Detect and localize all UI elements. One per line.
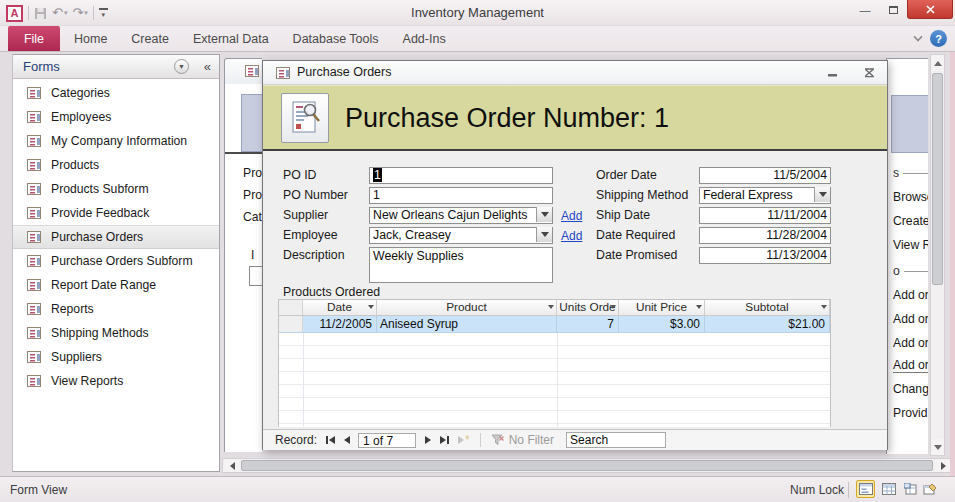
preview-purchase-order-button[interactable] xyxy=(281,93,329,143)
last-record-icon[interactable] xyxy=(440,436,449,444)
employee-combobox[interactable]: Jack, Creasey xyxy=(369,227,553,244)
tab-addins[interactable]: Add-Ins xyxy=(391,26,458,51)
add-employee-link[interactable]: Add xyxy=(561,228,582,244)
pivottable-view-button[interactable] xyxy=(901,480,920,498)
switchboard-link[interactable]: Add or xyxy=(893,311,928,327)
date-promised-field[interactable]: 11/13/2004 xyxy=(699,247,831,264)
order-date-field[interactable]: 11/5/2004 xyxy=(699,167,831,184)
description-field[interactable]: Weekly Supplies xyxy=(369,247,553,283)
dialog-minimize-icon[interactable] xyxy=(821,65,845,80)
ship-date-field[interactable]: 11/11/2004 xyxy=(699,207,831,224)
tab-home[interactable]: Home xyxy=(62,26,119,51)
sidebar-item-purchase-orders[interactable]: Purchase Orders xyxy=(13,225,219,249)
minimize-button[interactable]: — xyxy=(851,0,879,19)
no-filter-button[interactable]: No Filter xyxy=(491,433,554,447)
sidebar-item-reports[interactable]: Reports xyxy=(13,297,219,321)
chevron-down-icon[interactable] xyxy=(536,207,552,222)
tab-database-tools[interactable]: Database Tools xyxy=(281,26,391,51)
sidebar-item-report-date-range[interactable]: Report Date Range xyxy=(13,273,219,297)
scroll-up-icon[interactable] xyxy=(931,55,944,71)
dialog-close-icon[interactable] xyxy=(857,65,881,80)
tab-file[interactable]: File xyxy=(8,26,60,51)
record-position-box[interactable]: 1 of 7 xyxy=(358,433,416,448)
scroll-right-icon[interactable] xyxy=(935,459,951,472)
switchboard-link[interactable]: Add or xyxy=(893,357,928,373)
switchboard-link[interactable]: Chang xyxy=(893,381,928,397)
vertical-scrollbar-thumb[interactable] xyxy=(932,73,943,285)
scroll-left-icon[interactable] xyxy=(224,459,240,472)
new-record-icon[interactable]: * xyxy=(458,436,470,444)
dialog-titlebar[interactable]: Purchase Orders xyxy=(263,61,887,85)
column-header-product[interactable]: Product xyxy=(377,300,557,315)
cell-subtotal[interactable]: $21.00 xyxy=(705,316,830,332)
form-view-button[interactable] xyxy=(856,480,875,498)
switchboard-link[interactable]: View R xyxy=(893,237,928,253)
column-header-subtotal[interactable]: Subtotal xyxy=(705,300,830,315)
maximize-button[interactable] xyxy=(879,0,907,19)
close-button[interactable] xyxy=(907,0,953,19)
tab-create[interactable]: Create xyxy=(119,26,181,51)
sort-filter-icon[interactable] xyxy=(368,305,374,309)
navigation-pane-header[interactable]: Forms ▼ « xyxy=(13,55,219,79)
shutter-bar-close-icon[interactable]: « xyxy=(204,59,211,74)
chevron-down-icon[interactable] xyxy=(536,227,552,242)
scroll-down-icon[interactable] xyxy=(931,439,944,455)
sort-filter-icon[interactable] xyxy=(610,305,616,309)
sidebar-item-my-company-information[interactable]: My Company Information xyxy=(13,129,219,153)
nav-menu-dropdown-icon[interactable]: ▼ xyxy=(174,59,189,74)
help-icon[interactable]: ? xyxy=(930,30,947,47)
po-number-field[interactable]: 1 xyxy=(369,187,553,204)
supplier-combobox[interactable]: New Orleans Cajun Delights xyxy=(369,207,553,224)
design-view-button[interactable] xyxy=(920,480,939,498)
switchboard-link[interactable]: Add or xyxy=(893,335,928,351)
previous-record-icon[interactable] xyxy=(344,436,350,444)
cell-product[interactable]: Aniseed Syrup xyxy=(377,316,557,332)
cell-units[interactable]: 7 xyxy=(557,316,619,332)
navigation-pane: Forms ▼ « Categories Employees My Compan… xyxy=(12,54,220,472)
sort-filter-icon[interactable] xyxy=(821,305,827,309)
horizontal-scrollbar[interactable] xyxy=(222,458,951,473)
tab-external-data[interactable]: External Data xyxy=(181,26,281,51)
sidebar-item-shipping-methods[interactable]: Shipping Methods xyxy=(13,321,219,345)
date-required-field[interactable]: 11/28/2004 xyxy=(699,227,831,244)
search-input[interactable] xyxy=(566,432,666,448)
horizontal-scrollbar-thumb[interactable] xyxy=(241,460,933,471)
form-icon xyxy=(245,65,259,77)
field-label: Employee xyxy=(283,227,338,244)
column-header-unit-price[interactable]: Unit Price xyxy=(619,300,705,315)
column-header-date[interactable]: Date xyxy=(303,300,377,315)
select-all-cell[interactable] xyxy=(279,300,303,315)
sidebar-item-purchase-orders-subform[interactable]: Purchase Orders Subform xyxy=(13,249,219,273)
sidebar-item-view-reports[interactable]: View Reports xyxy=(13,369,219,393)
cell-date[interactable]: 11/2/2005 xyxy=(303,316,377,332)
add-supplier-link[interactable]: Add xyxy=(561,208,582,224)
switchboard-link[interactable]: Browse xyxy=(893,189,928,205)
switchboard-link[interactable]: Provid xyxy=(893,405,928,421)
sidebar-item-employees[interactable]: Employees xyxy=(13,105,219,129)
vertical-scrollbar[interactable] xyxy=(930,54,945,456)
shipping-method-combobox[interactable]: Federal Express xyxy=(699,187,831,204)
form-icon xyxy=(27,279,41,291)
table-row[interactable]: 11/2/2005 Aniseed Syrup 7 $3.00 $21.00 xyxy=(279,316,830,333)
switchboard-link[interactable]: Create xyxy=(893,213,928,229)
po-id-field[interactable]: 1 xyxy=(369,167,553,184)
datasheet-view-button[interactable] xyxy=(879,480,898,498)
sidebar-item-products[interactable]: Products xyxy=(13,153,219,177)
first-record-icon[interactable] xyxy=(326,436,335,444)
background-window-tab[interactable] xyxy=(224,58,262,84)
switchboard-link[interactable]: Add or xyxy=(893,287,928,303)
cell-unit-price[interactable]: $3.00 xyxy=(619,316,705,332)
row-selector-cell[interactable] xyxy=(279,316,303,332)
minimize-ribbon-icon[interactable] xyxy=(913,32,922,41)
sidebar-item-suppliers[interactable]: Suppliers xyxy=(13,345,219,369)
empty-table-rows[interactable] xyxy=(279,333,830,427)
sidebar-item-provide-feedback[interactable]: Provide Feedback xyxy=(13,201,219,225)
column-header-units[interactable]: Units Orde xyxy=(557,300,619,315)
sidebar-item-categories[interactable]: Categories xyxy=(13,81,219,105)
chevron-down-icon[interactable] xyxy=(814,187,830,202)
sort-filter-icon[interactable] xyxy=(696,305,702,309)
record-label: Record: xyxy=(275,433,317,447)
next-record-icon[interactable] xyxy=(425,436,431,444)
sort-filter-icon[interactable] xyxy=(548,305,554,309)
sidebar-item-products-subform[interactable]: Products Subform xyxy=(13,177,219,201)
